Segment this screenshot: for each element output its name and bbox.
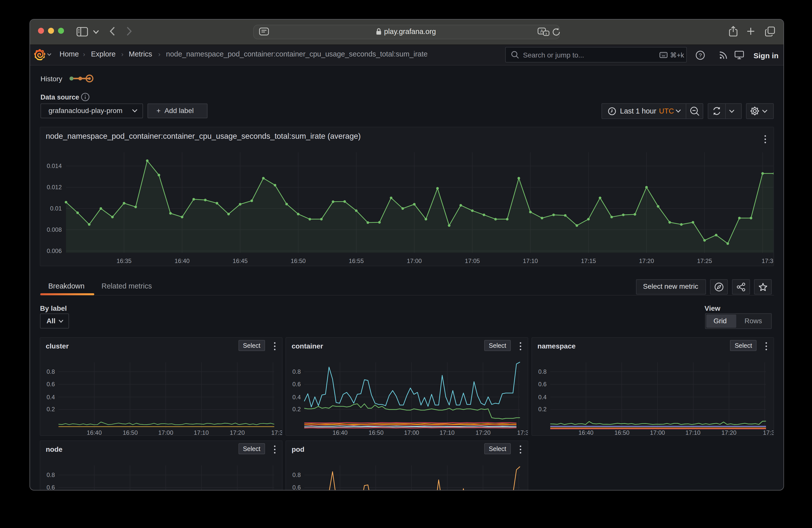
svg-text:A: A <box>540 29 543 34</box>
svg-text:x: x <box>546 31 547 35</box>
svg-text:?: ? <box>699 52 702 59</box>
